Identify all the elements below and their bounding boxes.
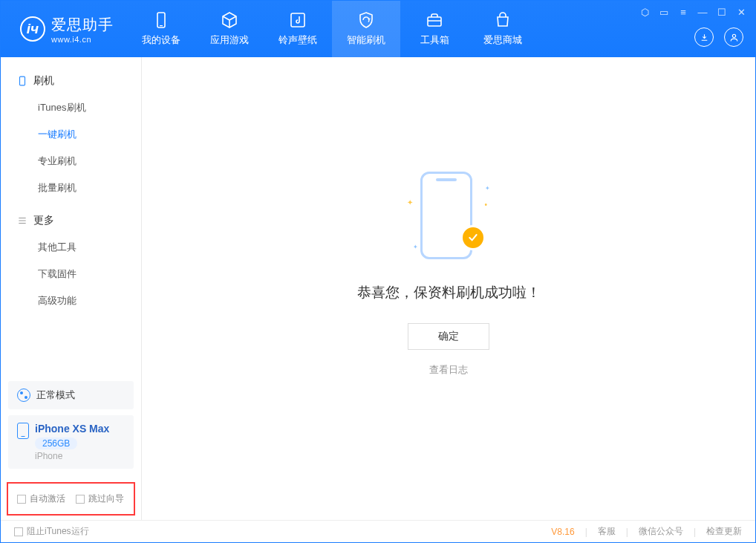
nav-label: 智能刷机	[347, 33, 385, 47]
nav-store[interactable]: 爱思商城	[469, 1, 537, 57]
logo-text: 爱思助手 www.i4.cn	[51, 15, 114, 44]
checkbox-label: 阻止iTunes运行	[27, 525, 89, 538]
svg-point-4	[732, 34, 735, 37]
options-highlight-box: 自动激活 跳过向导	[7, 482, 135, 516]
ok-button[interactable]: 确定	[408, 323, 489, 350]
menu-group-flash: 刷机 iTunes刷机 一键刷机 专业刷机 批量刷机	[1, 68, 141, 201]
download-icon[interactable]	[694, 27, 714, 47]
top-nav: 我的设备 应用游戏 铃声壁纸 智能刷机 工具箱 爱思商城	[127, 1, 537, 57]
user-icon[interactable]	[724, 27, 743, 47]
device-name: iPhone XS Max	[35, 423, 109, 435]
body: 刷机 iTunes刷机 一键刷机 专业刷机 批量刷机 更多 其他工具 下载固件 …	[1, 57, 755, 520]
device-icon	[151, 11, 171, 29]
sparkle-icon: ✦	[485, 185, 490, 192]
menu-title: 刷机	[33, 74, 54, 88]
sidebar-item-pro-flash[interactable]: 专业刷机	[1, 148, 141, 175]
window-controls: ⬡ ▭ ≡ — ☐ ✕	[636, 5, 749, 19]
mode-icon	[17, 388, 30, 402]
nav-ringtones[interactable]: 铃声壁纸	[264, 1, 332, 57]
view-log-link[interactable]: 查看日志	[429, 363, 468, 377]
status-bar: 阻止iTunes运行 V8.16 | 客服 | 微信公众号 | 检查更新	[1, 520, 755, 542]
menu-head-flash[interactable]: 刷机	[1, 68, 141, 94]
menu-group-more: 更多 其他工具 下载固件 高级功能	[1, 207, 141, 314]
version-label: V8.16	[551, 527, 574, 537]
checkbox-label: 跳过向导	[88, 492, 124, 505]
refresh-shield-icon	[356, 11, 376, 29]
sidebar-item-batch-flash[interactable]: 批量刷机	[1, 175, 141, 201]
checkmark-badge-icon	[460, 225, 486, 250]
nav-apps[interactable]: 应用游戏	[195, 1, 264, 57]
logo-icon: iч	[20, 16, 45, 42]
skip-guide-checkbox[interactable]: 跳过向导	[76, 492, 124, 505]
nav-flash[interactable]: 智能刷机	[332, 1, 400, 57]
svg-rect-3	[428, 17, 441, 26]
toolbox-icon	[425, 11, 444, 29]
phone-small-icon	[17, 76, 27, 86]
auto-activate-checkbox[interactable]: 自动激活	[17, 492, 65, 505]
sidebar-item-itunes-flash[interactable]: iTunes刷机	[1, 94, 141, 121]
logo[interactable]: iч 爱思助手 www.i4.cn	[1, 15, 127, 44]
device-phone-icon	[17, 423, 29, 439]
checkbox-label: 自动激活	[30, 492, 65, 505]
nav-label: 应用游戏	[210, 33, 249, 47]
device-panel: 正常模式 iPhone XS Max 256GB iPhone	[1, 381, 141, 482]
header-bar: iч 爱思助手 www.i4.cn 我的设备 应用游戏 铃声壁纸 智能刷机 工具…	[1, 1, 755, 57]
success-message: 恭喜您，保资料刷机成功啦！	[357, 283, 541, 302]
device-row[interactable]: iPhone XS Max 256GB iPhone	[8, 415, 134, 469]
sparkle-icon: ✦	[407, 198, 413, 207]
maximize-button[interactable]: ☐	[714, 5, 730, 19]
list-icon	[17, 215, 27, 226]
cube-icon	[220, 11, 239, 29]
sidebar: 刷机 iTunes刷机 一键刷机 专业刷机 批量刷机 更多 其他工具 下载固件 …	[1, 57, 142, 520]
check-update-link[interactable]: 检查更新	[706, 525, 742, 538]
sidebar-item-advanced[interactable]: 高级功能	[1, 287, 141, 314]
svg-rect-1	[160, 25, 163, 26]
nav-label: 工具箱	[420, 33, 449, 47]
nav-label: 爱思商城	[483, 33, 522, 47]
wechat-link[interactable]: 微信公众号	[639, 525, 683, 538]
bag-icon	[493, 11, 512, 29]
nav-label: 铃声壁纸	[278, 33, 317, 47]
menu-icon[interactable]: ≡	[675, 5, 691, 19]
header-right	[694, 27, 743, 47]
sparkle-icon: ✦	[413, 244, 418, 250]
sidebar-menu: 刷机 iTunes刷机 一键刷机 专业刷机 批量刷机 更多 其他工具 下载固件 …	[1, 57, 141, 381]
sparkle-icon: •	[484, 201, 487, 209]
checkbox-icon	[17, 495, 26, 504]
sidebar-item-oneclick-flash[interactable]: 一键刷机	[1, 121, 141, 148]
main-content: ✦ ✦ • ✦ 恭喜您，保资料刷机成功啦！ 确定 查看日志	[142, 57, 755, 520]
footer-right: V8.16 | 客服 | 微信公众号 | 检查更新	[551, 525, 742, 538]
nav-my-device[interactable]: 我的设备	[127, 1, 195, 57]
device-type: iPhone	[35, 451, 109, 461]
separator: |	[626, 527, 628, 537]
block-itunes-checkbox[interactable]: 阻止iTunes运行	[14, 525, 89, 538]
app-site: www.i4.cn	[51, 35, 114, 44]
separator: |	[694, 527, 696, 537]
footer-left: 阻止iTunes运行	[14, 525, 89, 538]
menu-title: 更多	[33, 214, 54, 227]
nav-label: 我的设备	[142, 33, 180, 47]
minimize-button[interactable]: —	[694, 5, 711, 19]
feedback-icon[interactable]: ▭	[656, 5, 672, 19]
skin-icon[interactable]: ⬡	[636, 5, 653, 19]
device-info: iPhone XS Max 256GB iPhone	[35, 423, 109, 461]
customer-service-link[interactable]: 客服	[598, 525, 616, 538]
svg-rect-5	[20, 77, 25, 85]
checkbox-icon	[14, 527, 23, 536]
checkbox-icon	[76, 495, 85, 504]
sidebar-item-other-tools[interactable]: 其他工具	[1, 234, 141, 261]
music-folder-icon	[288, 11, 307, 29]
mode-label: 正常模式	[36, 388, 75, 402]
app-name: 爱思助手	[51, 15, 114, 35]
success-illustration: ✦ ✦ • ✦	[404, 172, 493, 261]
sidebar-item-download-firmware[interactable]: 下载固件	[1, 261, 141, 287]
nav-toolbox[interactable]: 工具箱	[400, 1, 469, 57]
menu-head-more[interactable]: 更多	[1, 207, 141, 234]
mode-row[interactable]: 正常模式	[8, 381, 134, 409]
device-storage-badge: 256GB	[35, 438, 77, 449]
separator: |	[585, 527, 587, 537]
close-button[interactable]: ✕	[733, 5, 749, 19]
